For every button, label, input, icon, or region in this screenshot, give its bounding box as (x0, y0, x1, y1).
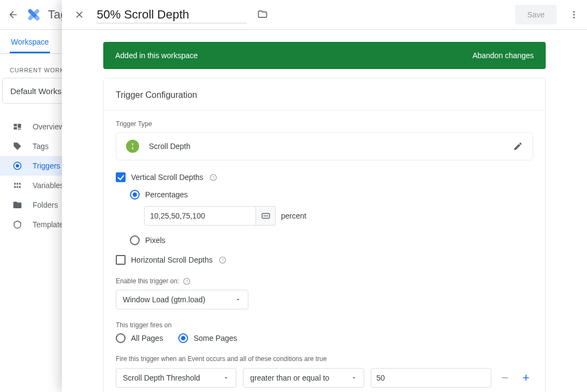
chevron-down-icon (223, 375, 229, 381)
vertical-scroll-label: Vertical Scroll Depths (131, 173, 203, 182)
sidebar-item-label: Tags (33, 142, 49, 151)
help-icon[interactable]: ? (209, 173, 217, 182)
folder-icon[interactable] (257, 9, 269, 21)
trigger-editor-panel: Save Added in this workspace Abandon cha… (62, 0, 587, 392)
tag-icon (12, 141, 23, 152)
all-pages-label: All Pages (131, 334, 163, 343)
folder-icon (12, 200, 23, 210)
sidebar-item-label: Folders (33, 201, 58, 209)
svg-point-5 (573, 11, 575, 13)
card-title: Trigger Configuration (104, 90, 545, 110)
percent-unit: percent (281, 211, 307, 220)
some-pages-radio[interactable] (178, 333, 188, 343)
condition-variable-select[interactable]: Scroll Depth Threshold (116, 368, 236, 388)
add-condition-button[interactable]: + (519, 370, 533, 385)
all-pages-radio[interactable] (116, 333, 126, 343)
abandon-changes-link[interactable]: Abandon changes (472, 51, 534, 60)
svg-text:?: ? (212, 175, 214, 180)
trigger-type-label: Trigger Type (116, 120, 533, 128)
remove-condition-button[interactable]: − (498, 370, 513, 385)
percentages-input[interactable] (144, 206, 256, 226)
sidebar-item-label: Overview (33, 122, 64, 131)
sidebar-item-label: Triggers (33, 161, 60, 170)
some-pages-label: Some Pages (193, 334, 237, 343)
workspace-change-banner: Added in this workspace Abandon changes (103, 42, 546, 69)
trigger-type-name: Scroll Depth (149, 142, 503, 151)
banner-message: Added in this workspace (115, 51, 198, 60)
enable-trigger-label: Enable this trigger on: (116, 277, 179, 285)
enable-trigger-select[interactable]: Window Load (gtm.load) (116, 290, 248, 309)
svg-rect-13 (267, 215, 268, 217)
condition-value-input[interactable] (371, 368, 491, 388)
condition-variable-value: Scroll Depth Threshold (123, 374, 200, 382)
tab-workspace[interactable]: Workspace (10, 30, 50, 53)
trigger-type-selector[interactable]: Scroll Depth (116, 132, 533, 160)
back-arrow-icon[interactable] (7, 8, 20, 21)
condition-operator-select[interactable]: greater than or equal to (243, 368, 364, 388)
fires-on-label: This trigger fires on (116, 321, 533, 329)
svg-text:?: ? (221, 258, 223, 263)
chevron-down-icon (351, 375, 357, 381)
svg-point-4 (16, 164, 19, 167)
close-icon[interactable] (68, 4, 90, 26)
help-icon[interactable]: ? (183, 277, 191, 285)
variable-picker-icon[interactable] (256, 206, 276, 226)
sidebar-item-label: Variables (33, 181, 64, 190)
condition-operator-value: greater than or equal to (250, 374, 329, 382)
svg-point-7 (573, 17, 575, 18)
svg-rect-11 (264, 215, 265, 217)
percentages-radio[interactable] (130, 190, 140, 200)
save-button[interactable]: Save (515, 5, 557, 24)
chevron-down-icon (235, 296, 241, 303)
trigger-icon (12, 160, 23, 171)
conditions-label: Fire this trigger when an Event occurs a… (116, 355, 533, 363)
dashboard-icon (12, 121, 23, 132)
edit-icon[interactable] (513, 141, 523, 151)
vertical-scroll-checkbox[interactable] (116, 172, 126, 182)
help-icon[interactable]: ? (218, 256, 227, 264)
trigger-config-card: Trigger Configuration Trigger Type Scrol… (103, 78, 546, 392)
gtm-logo (26, 7, 41, 22)
pixels-label: Pixels (145, 236, 165, 245)
template-icon (12, 219, 23, 230)
more-menu-icon[interactable] (567, 8, 580, 21)
pixels-radio[interactable] (130, 235, 140, 245)
variable-icon (12, 180, 23, 191)
svg-rect-12 (265, 215, 266, 217)
scroll-depth-icon (126, 140, 139, 153)
svg-point-6 (573, 14, 575, 16)
trigger-name-input[interactable] (97, 7, 246, 23)
percentages-label: Percentages (145, 190, 188, 199)
enable-trigger-value: Window Load (gtm.load) (123, 295, 205, 304)
horizontal-scroll-label: Horizontal Scroll Depths (131, 256, 213, 264)
horizontal-scroll-checkbox[interactable] (116, 255, 126, 265)
svg-text:?: ? (186, 279, 188, 284)
